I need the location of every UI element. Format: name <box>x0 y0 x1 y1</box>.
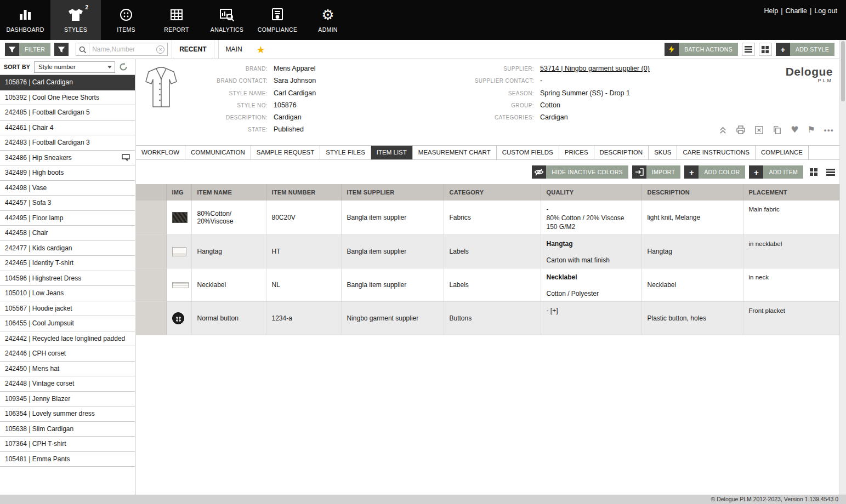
style-tab[interactable]: SKUS <box>649 146 677 159</box>
nav-admin[interactable]: ⚙ ADMIN <box>303 0 353 40</box>
list-item[interactable]: 105010 | Low Jeans <box>0 286 135 301</box>
column-header[interactable]: QUALITY <box>541 184 641 201</box>
add-color-button[interactable]: + ADD COLOR <box>684 165 745 179</box>
style-tab[interactable]: MEASUREMENT CHART <box>413 146 497 159</box>
filter-button[interactable]: FILTER <box>5 43 50 56</box>
list-item[interactable]: 242446 | CPH corset <box>0 346 135 362</box>
table-row[interactable]: 80%Cotton/ 20%Viscose 80C20V Bangla item… <box>136 201 839 235</box>
flag-icon[interactable]: ⚑ <box>808 125 815 135</box>
help-link[interactable]: Help <box>764 7 778 15</box>
column-header[interactable]: ITEM NUMBER <box>266 184 341 201</box>
list-item[interactable]: 109345 | Jenny Blazer <box>0 392 135 407</box>
list-item[interactable]: 442498 | Vase <box>0 181 135 196</box>
item-grid-view-button[interactable] <box>807 166 820 178</box>
nav-report[interactable]: REPORT <box>151 0 202 40</box>
refresh-icon[interactable] <box>119 62 128 71</box>
list-item[interactable]: 242450 | Mens hat <box>0 362 135 377</box>
favorite-heart-icon[interactable]: ♥ <box>791 125 798 135</box>
row-indicator-cell <box>136 302 166 335</box>
scrollbar-thumb[interactable] <box>841 41 845 101</box>
copy-icon[interactable] <box>773 125 782 135</box>
excel-export-icon[interactable] <box>754 125 764 135</box>
add-item-button[interactable]: + ADD ITEM <box>749 165 803 179</box>
column-header[interactable]: IMG <box>166 184 191 201</box>
list-item[interactable]: 105392 | Cool One Piece Shorts <box>0 90 135 106</box>
column-header[interactable]: ITEM SUPPLIER <box>341 184 444 201</box>
logout-link[interactable]: Log out <box>814 7 837 15</box>
list-item[interactable]: 242485 | Football Cardigan 5 <box>0 105 135 121</box>
style-tab[interactable]: SAMPLE REQUEST <box>251 146 320 159</box>
list-view-button[interactable] <box>742 43 755 56</box>
list-item[interactable]: 105638 | Slim Cardigan <box>0 422 135 437</box>
nav-analytics[interactable]: ANALYTICS <box>202 0 252 40</box>
column-header[interactable]: DESCRIPTION <box>641 184 743 201</box>
nav-dashboard[interactable]: DASHBOARD <box>0 0 50 40</box>
print-icon[interactable] <box>736 125 746 135</box>
item-category-cell: Labels <box>444 235 541 268</box>
clear-filter-button[interactable] <box>54 43 69 56</box>
list-item[interactable]: 105876 | Carl Cardigan <box>0 75 135 90</box>
column-header[interactable]: PLACEMENT <box>743 184 839 201</box>
field-value: Spring Summer (SS) - Drop 1 <box>540 89 630 97</box>
list-item[interactable]: 107364 | CPH T-shirt <box>0 437 135 452</box>
table-row[interactable]: Normal button 1234-a Ningbo garment supp… <box>136 302 839 335</box>
sort-select[interactable]: Style number <box>34 61 115 73</box>
vertical-scrollbar[interactable] <box>839 40 846 495</box>
batch-actions-button[interactable]: BATCH ACTIONS <box>665 43 738 56</box>
field-label: STYLE NO: <box>180 102 268 108</box>
list-item[interactable]: 106354 | Lovely summer dress <box>0 406 135 422</box>
list-item[interactable]: 242448 | Vintage corset <box>0 376 135 392</box>
style-list-label: 105392 | Cool One Piece Shorts <box>5 94 99 101</box>
list-item[interactable]: 342486 | Hip Sneakers <box>0 151 135 166</box>
collapse-icon[interactable] <box>719 125 727 135</box>
list-item[interactable]: 242465 | Identity T-shirt <box>0 256 135 271</box>
list-item[interactable]: 442457 | Sofa 3 <box>0 196 135 211</box>
user-name-link[interactable]: Charlie <box>785 7 807 15</box>
list-item[interactable]: 105481 | Emma Pants <box>0 452 135 467</box>
list-item[interactable]: 105567 | Hoodie jacket <box>0 301 135 317</box>
style-tab[interactable]: DESCRIPTION <box>594 146 649 159</box>
column-header[interactable]: CATEGORY <box>444 184 541 201</box>
nav-compliance[interactable]: COMPLIANCE <box>252 0 303 40</box>
style-tab[interactable]: PRICES <box>559 146 594 159</box>
list-item[interactable]: 242483 | Football Cardigan 3 <box>0 135 135 151</box>
nav-styles[interactable]: 2 STYLES <box>50 0 101 40</box>
table-row[interactable]: Necklabel NL Bangla item supplier Labels… <box>136 268 839 302</box>
nav-items[interactable]: ITEMS <box>101 0 151 40</box>
tab-main[interactable]: MAIN <box>218 40 249 59</box>
list-item[interactable]: 442458 | Chair <box>0 226 135 241</box>
list-item[interactable]: 106455 | Cool Jumpsuit <box>0 316 135 331</box>
item-list-table: IMG ITEM NAME ITEM NUMBER ITEM SUPPLIER … <box>136 184 839 335</box>
style-list-label: 442457 | Sofa 3 <box>5 199 52 207</box>
style-tab[interactable]: CARE INSTRUCTIONS <box>677 146 755 159</box>
table-row[interactable]: Hangtag HT Bangla item supplier Labels H… <box>136 235 839 268</box>
favorites-star-icon[interactable]: ★ <box>253 44 269 55</box>
clear-search-icon[interactable]: × <box>156 45 164 54</box>
style-tab[interactable]: STYLE FILES <box>320 146 371 159</box>
row-indicator-cell <box>136 201 166 235</box>
add-style-button[interactable]: + ADD STYLE <box>776 43 834 56</box>
hide-inactive-colors-button[interactable]: HIDE INACTIVE COLORS <box>532 165 628 179</box>
item-list-view-button[interactable] <box>824 166 837 178</box>
import-button[interactable]: IMPORT <box>632 165 680 179</box>
search-input[interactable] <box>89 45 156 53</box>
more-options-icon[interactable]: ••• <box>824 126 834 134</box>
list-item[interactable]: 242442 | Recycled lace longlined padded <box>0 331 135 347</box>
list-item[interactable]: 104596 | Highstreet Dress <box>0 271 135 287</box>
style-tab[interactable]: COMMUNICATION <box>185 146 251 159</box>
style-tab[interactable]: COMPLIANCE <box>756 146 809 159</box>
list-item[interactable]: 442495 | Floor lamp <box>0 211 135 226</box>
list-item[interactable]: 242477 | Kids cardigan <box>0 241 135 256</box>
tab-recent[interactable]: RECENT <box>172 40 214 59</box>
style-tab[interactable]: CUSTOM FIELDS <box>497 146 559 159</box>
styles-icon: 2 <box>68 7 83 22</box>
style-list-label: 442495 | Floor lamp <box>5 214 64 222</box>
supplier-link[interactable]: 53714 | Ningbo garment supplier (0) <box>540 65 650 72</box>
list-item[interactable]: 442461 | Chair 4 <box>0 121 135 136</box>
style-tab[interactable]: ITEM LIST <box>371 146 413 159</box>
column-header[interactable]: ITEM NAME <box>191 184 266 201</box>
grid-view-button[interactable] <box>759 43 772 56</box>
list-item[interactable]: 342489 | High boots <box>0 165 135 181</box>
nav-label: COMPLIANCE <box>258 26 297 33</box>
style-tab[interactable]: WORKFLOW <box>136 146 185 159</box>
